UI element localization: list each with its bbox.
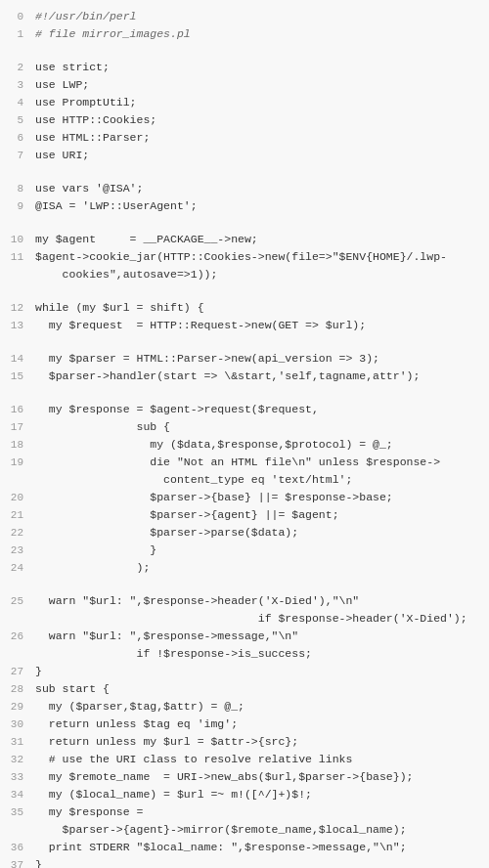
line-content: #!/usr/bin/perl (31, 9, 489, 24)
line-number: 1 (0, 26, 31, 42)
line-number: 12 (0, 300, 31, 316)
line-number: 6 (0, 130, 31, 146)
line-number: 7 (0, 148, 31, 163)
line-number: 27 (0, 664, 31, 679)
code-line: 37} (0, 856, 489, 868)
code-line: 24 ); (0, 559, 489, 577)
line-content: $parser->{agent}->mirror($remote_name,$l… (31, 822, 489, 838)
code-line: 35 my $response = (0, 803, 489, 821)
code-line (0, 43, 489, 59)
code-line: 31 return unless my $url = $attr->{src}; (0, 733, 489, 751)
line-content: if !$response->is_success; (31, 646, 489, 662)
line-content: sub { (31, 419, 489, 435)
line-content: use LWP; (31, 77, 489, 93)
line-content: $agent->cookie_jar(HTTP::Cookies->new(fi… (31, 249, 489, 265)
code-line (0, 577, 489, 592)
code-line: 12while (my $url = shift) { (0, 299, 489, 317)
line-content: my ($data,$response,$protocol) = @_; (31, 437, 489, 453)
code-line (0, 215, 489, 231)
line-number: 0 (0, 9, 31, 24)
code-line: 30 return unless $tag eq 'img'; (0, 716, 489, 733)
code-line: 2use strict; (0, 59, 489, 76)
code-line: if $response->header('X-Died'); (0, 610, 489, 628)
line-number: 11 (0, 249, 31, 265)
code-line (0, 334, 489, 350)
line-content: ); (31, 560, 489, 576)
line-content: print STDERR "$local_name: ",$response->… (31, 840, 489, 855)
line-number: 3 (0, 77, 31, 93)
line-content: my $remote_name = URI->new_abs($url,$par… (31, 769, 489, 785)
code-line: 18 my ($data,$response,$protocol) = @_; (0, 436, 489, 454)
code-line: 7use URI; (0, 147, 489, 164)
line-content: my $response = $agent->request($request, (31, 402, 489, 417)
code-line: 3use LWP; (0, 76, 489, 94)
line-number: 32 (0, 752, 31, 767)
code-line: 10my $agent = __PACKAGE__->new; (0, 231, 489, 248)
line-content: } (31, 857, 489, 868)
line-content: use HTTP::Cookies; (31, 112, 489, 128)
line-content: warn "$url: ",$response->header('X-Died'… (31, 593, 489, 609)
code-line: 13 my $request = HTTP::Request->new(GET … (0, 317, 489, 334)
line-content: $parser->{agent} ||= $agent; (31, 507, 489, 523)
line-content: if $response->header('X-Died'); (31, 611, 489, 627)
code-line (0, 385, 489, 401)
line-content: return unless my $url = $attr->{src}; (31, 734, 489, 750)
line-number: 16 (0, 402, 31, 417)
code-line: 15 $parser->handler(start => \&start,'se… (0, 368, 489, 385)
line-content: sub start { (31, 681, 489, 697)
line-content: while (my $url = shift) { (31, 300, 489, 316)
line-content: warn "$url: ",$response->message,"\n" (31, 629, 489, 644)
line-number: 24 (0, 560, 31, 576)
code-line: 29 my ($parser,$tag,$attr) = @_; (0, 698, 489, 716)
code-line (0, 164, 489, 180)
code-line: 27} (0, 663, 489, 680)
line-content: content_type eq 'text/html'; (31, 472, 489, 488)
line-number: 35 (0, 804, 31, 820)
line-number: 22 (0, 525, 31, 541)
code-line: 34 my ($local_name) = $url =~ m!([^/]+)$… (0, 786, 489, 803)
code-line: 5use HTTP::Cookies; (0, 111, 489, 129)
line-number: 33 (0, 769, 31, 785)
line-content: use vars '@ISA'; (31, 181, 489, 196)
line-content: return unless $tag eq 'img'; (31, 716, 489, 732)
line-content: $parser->parse($data); (31, 525, 489, 541)
code-line: 0#!/usr/bin/perl (0, 8, 489, 25)
line-content: die "Not an HTML file\n" unless $respons… (31, 455, 489, 470)
line-content: use strict; (31, 60, 489, 75)
line-content: my ($parser,$tag,$attr) = @_; (31, 699, 489, 715)
code-line: 8use vars '@ISA'; (0, 180, 489, 197)
line-content: my $parser = HTML::Parser->new(api_versi… (31, 351, 489, 367)
line-content: @ISA = 'LWP::UserAgent'; (31, 198, 489, 214)
code-line: 16 my $response = $agent->request($reque… (0, 401, 489, 418)
code-line: 23 } (0, 542, 489, 559)
code-line: 33 my $remote_name = URI->new_abs($url,$… (0, 768, 489, 786)
line-content: } (31, 542, 489, 558)
line-number: 21 (0, 507, 31, 523)
line-number: 23 (0, 542, 31, 558)
line-number: 36 (0, 840, 31, 855)
line-number: 10 (0, 232, 31, 247)
line-number: 25 (0, 593, 31, 609)
code-line: 21 $parser->{agent} ||= $agent; (0, 506, 489, 524)
line-content: use URI; (31, 148, 489, 163)
line-content: # use the URI class to resolve relative … (31, 752, 489, 767)
line-number: 8 (0, 181, 31, 196)
line-content: my $response = (31, 804, 489, 820)
line-number: 29 (0, 699, 31, 715)
line-content: my $agent = __PACKAGE__->new; (31, 232, 489, 247)
code-line: 1# file mirror_images.pl (0, 25, 489, 43)
code-line: if !$response->is_success; (0, 645, 489, 663)
code-line: 20 $parser->{base} ||= $response->base; (0, 489, 489, 506)
line-content: $parser->{base} ||= $response->base; (31, 490, 489, 505)
line-content: cookies",autosave=>1)); (31, 267, 489, 282)
line-number: 30 (0, 716, 31, 732)
code-line: 26 warn "$url: ",$response->message,"\n" (0, 628, 489, 645)
line-number: 28 (0, 681, 31, 697)
code-line: 9@ISA = 'LWP::UserAgent'; (0, 197, 489, 215)
line-content: my $request = HTTP::Request->new(GET => … (31, 318, 489, 333)
code-line: cookies",autosave=>1)); (0, 266, 489, 283)
code-line: 6use HTML::Parser; (0, 129, 489, 147)
line-content: $parser->handler(start => \&start,'self,… (31, 369, 489, 384)
line-content: } (31, 664, 489, 679)
code-line: 17 sub { (0, 418, 489, 436)
